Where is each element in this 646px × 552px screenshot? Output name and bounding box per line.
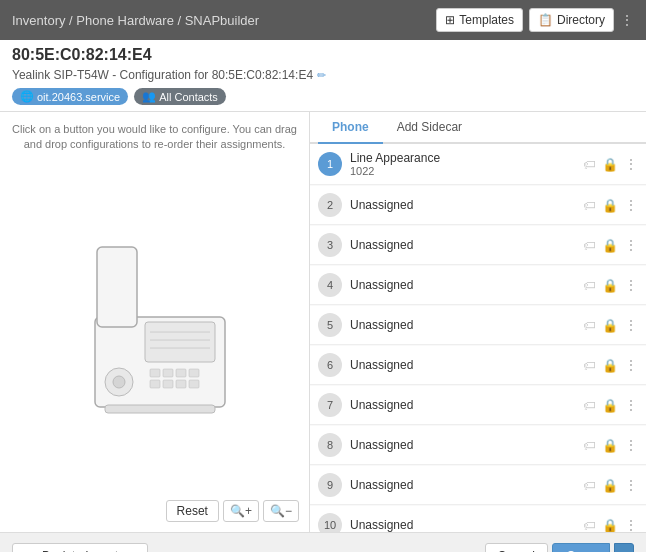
- arrow-left-icon: ←: [25, 549, 37, 553]
- button-number-8: 8: [318, 433, 342, 457]
- header-actions: ⊞ Templates 📋 Directory ⋮: [436, 8, 634, 32]
- contacts-badge[interactable]: 👥 All Contacts: [134, 88, 226, 105]
- svg-rect-1: [97, 247, 137, 327]
- svg-point-15: [113, 376, 125, 388]
- service-badge[interactable]: 🌐 oit.20463.service: [12, 88, 128, 105]
- breadcrumb: Inventory / Phone Hardware / SNAPbuilder: [12, 13, 259, 28]
- device-model: Yealink SIP-T54W - Configuration for 80:…: [12, 68, 634, 82]
- button-label-8: Unassigned: [350, 438, 583, 452]
- more-icon[interactable]: ⋮: [624, 156, 638, 172]
- button-actions-4: 🏷 🔒 ⋮: [583, 277, 638, 293]
- button-row[interactable]: 7 Unassigned 🏷 🔒 ⋮: [310, 386, 646, 425]
- svg-rect-9: [189, 369, 199, 377]
- lock-icon[interactable]: 🔒: [602, 278, 618, 293]
- lock-icon[interactable]: 🔒: [602, 518, 618, 533]
- button-number-5: 5: [318, 313, 342, 337]
- svg-rect-10: [150, 380, 160, 388]
- button-row[interactable]: 6 Unassigned 🏷 🔒 ⋮: [310, 346, 646, 385]
- lock-icon[interactable]: 🔒: [602, 358, 618, 373]
- lock-icon[interactable]: 🔒: [602, 198, 618, 213]
- zoom-controls: Reset 🔍+ 🔍−: [10, 500, 299, 522]
- lock-icon[interactable]: 🔒: [602, 157, 618, 172]
- button-row[interactable]: 10 Unassigned 🏷 🔒 ⋮: [310, 506, 646, 532]
- svg-rect-12: [176, 380, 186, 388]
- button-row[interactable]: 4 Unassigned 🏷 🔒 ⋮: [310, 266, 646, 305]
- button-row[interactable]: 1 Line Appearance 1022 🏷 🔒 ⋮: [310, 144, 646, 185]
- directory-button[interactable]: 📋 Directory: [529, 8, 614, 32]
- button-number-4: 4: [318, 273, 342, 297]
- button-row[interactable]: 3 Unassigned 🏷 🔒 ⋮: [310, 226, 646, 265]
- button-row[interactable]: 5 Unassigned 🏷 🔒 ⋮: [310, 306, 646, 345]
- templates-button[interactable]: ⊞ Templates: [436, 8, 523, 32]
- cancel-button[interactable]: Cancel: [485, 543, 548, 553]
- more-icon[interactable]: ⋮: [624, 237, 638, 253]
- button-label-7: Unassigned: [350, 398, 583, 412]
- back-to-inventory-button[interactable]: ← Back to Inventory: [12, 543, 148, 553]
- lock-icon[interactable]: 🔒: [602, 438, 618, 453]
- zoom-in-icon: 🔍+: [230, 504, 252, 518]
- button-label-5: Unassigned: [350, 318, 583, 332]
- tag-icon[interactable]: 🏷: [583, 238, 596, 253]
- lock-icon[interactable]: 🔒: [602, 318, 618, 333]
- button-row[interactable]: 2 Unassigned 🏷 🔒 ⋮: [310, 186, 646, 225]
- reset-button[interactable]: Reset: [166, 500, 219, 522]
- tab-add-sidecar[interactable]: Add Sidecar: [383, 112, 476, 144]
- more-icon[interactable]: ⋮: [624, 517, 638, 532]
- lock-icon[interactable]: 🔒: [602, 398, 618, 413]
- save-button[interactable]: Save: [552, 543, 610, 553]
- more-options-icon[interactable]: ⋮: [620, 12, 634, 28]
- footer-actions: Cancel Save ▾: [485, 543, 634, 553]
- tag-icon[interactable]: 🏷: [583, 358, 596, 373]
- more-icon[interactable]: ⋮: [624, 397, 638, 413]
- button-number-3: 3: [318, 233, 342, 257]
- tag-icon[interactable]: 🏷: [583, 278, 596, 293]
- tag-icon[interactable]: 🏷: [583, 518, 596, 533]
- button-label-6: Unassigned: [350, 358, 583, 372]
- more-icon[interactable]: ⋮: [624, 317, 638, 333]
- button-row[interactable]: 9 Unassigned 🏷 🔒 ⋮: [310, 466, 646, 505]
- button-number-7: 7: [318, 393, 342, 417]
- lock-icon[interactable]: 🔒: [602, 478, 618, 493]
- more-icon[interactable]: ⋮: [624, 357, 638, 373]
- zoom-in-button[interactable]: 🔍+: [223, 500, 259, 522]
- header: Inventory / Phone Hardware / SNAPbuilder…: [0, 0, 646, 40]
- edit-icon[interactable]: ✏: [317, 69, 326, 82]
- save-dropdown-button[interactable]: ▾: [614, 543, 634, 553]
- right-panel: Phone Add Sidecar 1 Line Appearance 1022…: [310, 112, 646, 532]
- tag-icon[interactable]: 🏷: [583, 398, 596, 413]
- zoom-out-button[interactable]: 🔍−: [263, 500, 299, 522]
- instruction-text: Click on a button you would like to conf…: [10, 122, 299, 153]
- globe-icon: 🌐: [20, 90, 34, 103]
- footer: ← Back to Inventory This device does not…: [0, 532, 646, 552]
- svg-rect-6: [150, 369, 160, 377]
- phone-illustration: [75, 237, 235, 417]
- tab-phone[interactable]: Phone: [318, 112, 383, 144]
- lock-icon[interactable]: 🔒: [602, 238, 618, 253]
- more-icon[interactable]: ⋮: [624, 197, 638, 213]
- sub-header: 80:5E:C0:82:14:E4 Yealink SIP-T54W - Con…: [0, 40, 646, 112]
- left-panel: Click on a button you would like to conf…: [0, 112, 310, 532]
- svg-rect-13: [189, 380, 199, 388]
- button-number-2: 2: [318, 193, 342, 217]
- tag-icon[interactable]: 🏷: [583, 198, 596, 213]
- tag-icon[interactable]: 🏷: [583, 318, 596, 333]
- more-icon[interactable]: ⋮: [624, 437, 638, 453]
- button-label-10: Unassigned: [350, 518, 583, 532]
- grid-icon: ⊞: [445, 13, 455, 27]
- tag-icon[interactable]: 🏷: [583, 157, 596, 172]
- button-row[interactable]: 8 Unassigned 🏷 🔒 ⋮: [310, 426, 646, 465]
- tag-icon[interactable]: 🏷: [583, 478, 596, 493]
- button-actions-5: 🏷 🔒 ⋮: [583, 317, 638, 333]
- svg-rect-7: [163, 369, 173, 377]
- phone-image: [10, 163, 299, 492]
- more-icon[interactable]: ⋮: [624, 477, 638, 493]
- button-actions-3: 🏷 🔒 ⋮: [583, 237, 638, 253]
- button-number-9: 9: [318, 473, 342, 497]
- button-actions-10: 🏷 🔒 ⋮: [583, 517, 638, 532]
- button-actions-2: 🏷 🔒 ⋮: [583, 197, 638, 213]
- button-number-6: 6: [318, 353, 342, 377]
- tag-icon[interactable]: 🏷: [583, 438, 596, 453]
- button-label-9: Unassigned: [350, 478, 583, 492]
- more-icon[interactable]: ⋮: [624, 277, 638, 293]
- device-id: 80:5E:C0:82:14:E4: [12, 46, 634, 64]
